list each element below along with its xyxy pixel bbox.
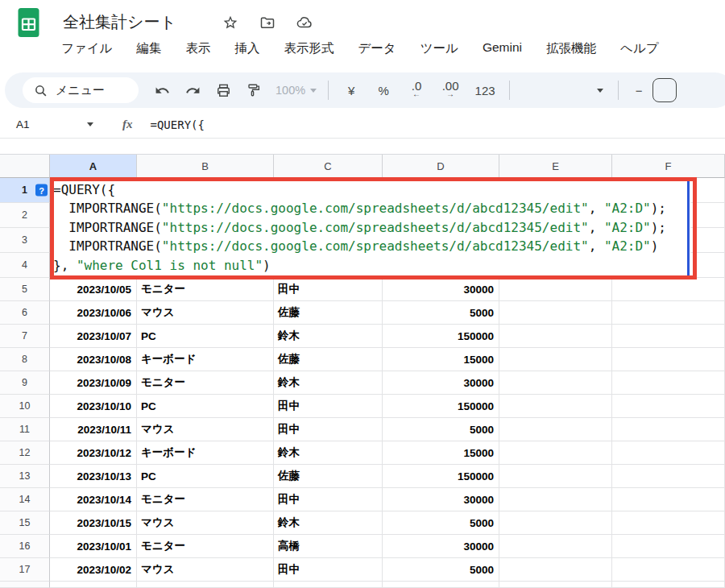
cell-date[interactable]: 2023/10/15 (50, 511, 137, 535)
cell-person[interactable]: 田中 (274, 418, 383, 441)
grid-cell[interactable] (612, 488, 725, 511)
select-all-corner[interactable] (0, 155, 50, 178)
menu-item[interactable]: Gemini (483, 40, 522, 57)
grid-cell[interactable] (499, 511, 612, 535)
row-header-8[interactable]: 8 (0, 348, 50, 371)
grid-cell[interactable] (612, 371, 725, 395)
grid-cell[interactable] (612, 325, 725, 348)
folder-move-icon[interactable] (259, 14, 276, 31)
cell-date[interactable]: 2023/10/10 (50, 395, 137, 418)
cell-item[interactable]: PC (137, 395, 274, 418)
grid-cell[interactable] (499, 558, 612, 582)
cell-item[interactable]: マウス (137, 558, 274, 582)
print-button[interactable] (208, 77, 238, 103)
row-header-5[interactable]: 5 (0, 278, 50, 301)
row-header-9[interactable]: 9 (0, 371, 50, 395)
row-header-11[interactable]: 11 (0, 418, 50, 441)
undo-button[interactable] (147, 77, 177, 103)
grid-cell[interactable] (499, 278, 612, 301)
formula-help-badge[interactable]: ? (35, 184, 48, 197)
menu-item[interactable]: ファイル (61, 40, 112, 57)
cell-person[interactable]: 佐藤 (274, 301, 383, 325)
grid-cell[interactable] (137, 582, 274, 588)
row-header-7[interactable]: 7 (0, 325, 50, 348)
cell-date[interactable]: 2023/10/01 (50, 535, 137, 558)
formula-editor[interactable]: =QUERY({ IMPORTRANGE("https://docs.googl… (53, 180, 682, 275)
row-header-partial[interactable] (0, 582, 50, 588)
menu-item[interactable]: ヘルプ (620, 40, 659, 57)
grid-cell[interactable] (383, 582, 499, 588)
cell-amount[interactable]: 30000 (383, 488, 499, 511)
grid-cell[interactable] (499, 348, 612, 371)
cell-amount[interactable]: 30000 (383, 371, 499, 395)
grid-cell[interactable] (499, 301, 612, 325)
grid-cell[interactable] (499, 325, 612, 348)
currency-format-button[interactable]: ¥ (335, 77, 367, 103)
cell-item[interactable]: マウス (137, 301, 274, 325)
document-title[interactable]: 全社集計シート (63, 11, 176, 33)
column-header-e[interactable]: E (499, 155, 612, 178)
row-header-1[interactable]: 1? (0, 178, 50, 203)
cell-date[interactable]: 2023/10/08 (50, 348, 137, 371)
cell-person[interactable]: 鈴木 (274, 325, 383, 348)
row-header-14[interactable]: 14 (0, 488, 50, 511)
grid-cell[interactable] (499, 395, 612, 418)
menu-item[interactable]: 編集 (136, 40, 161, 57)
grid-cell[interactable] (612, 465, 725, 488)
grid-cell[interactable] (499, 441, 612, 465)
grid-cell[interactable] (499, 488, 612, 511)
decrease-decimal-button[interactable]: .0 ← (400, 77, 433, 103)
decrease-font-size-button[interactable]: − (625, 77, 652, 103)
cell-amount[interactable]: 30000 (383, 535, 499, 558)
row-header-4[interactable]: 4 (0, 253, 50, 278)
cell-item[interactable]: モニター (137, 488, 274, 511)
cell-date[interactable]: 2023/10/09 (50, 371, 137, 395)
grid-cell[interactable] (499, 371, 612, 395)
cell-person[interactable]: 佐藤 (274, 465, 383, 488)
row-header-2[interactable]: 2 (0, 203, 50, 228)
cell-date[interactable]: 2023/10/05 (50, 278, 137, 301)
grid-cell[interactable] (50, 582, 137, 588)
redo-button[interactable] (177, 77, 208, 103)
cell-amount[interactable]: 30000 (383, 278, 499, 301)
row-header-15[interactable]: 15 (0, 511, 50, 535)
zoom-control[interactable]: 100% (276, 84, 317, 97)
cell-person[interactable]: 鈴木 (274, 371, 383, 395)
cell-date[interactable]: 2023/10/02 (50, 558, 137, 582)
name-box[interactable]: A1 (0, 118, 106, 130)
percent-format-button[interactable]: % (367, 77, 400, 103)
search-menus-pill[interactable]: メニュー (23, 77, 139, 103)
row-header-16[interactable]: 16 (0, 535, 50, 558)
row-header-6[interactable]: 6 (0, 301, 50, 325)
cell-item[interactable]: マウス (137, 418, 274, 441)
grid-cell[interactable] (612, 395, 725, 418)
increase-decimal-button[interactable]: .00 → (433, 77, 467, 103)
grid-cell[interactable] (612, 511, 725, 535)
cell-item[interactable]: モニター (137, 371, 274, 395)
cell-date[interactable]: 2023/10/06 (50, 301, 137, 325)
cell-person[interactable]: 田中 (274, 488, 383, 511)
cloud-check-icon[interactable] (296, 14, 313, 31)
column-header-f[interactable]: F (612, 155, 725, 178)
cell-item[interactable]: モニター (137, 535, 274, 558)
grid-cell[interactable] (499, 465, 612, 488)
cell-amount[interactable]: 150000 (383, 465, 499, 488)
font-size-input[interactable] (652, 78, 677, 102)
sheets-logo[interactable] (18, 8, 39, 37)
cell-date[interactable]: 2023/10/14 (50, 488, 137, 511)
grid-cell[interactable] (612, 558, 725, 582)
cell-date[interactable]: 2023/10/12 (50, 441, 137, 465)
menu-item[interactable]: 表示 (185, 40, 210, 57)
cell-person[interactable]: 田中 (274, 558, 383, 582)
cell-amount[interactable]: 5000 (383, 558, 499, 582)
column-header-b[interactable]: B (137, 155, 274, 178)
column-header-a[interactable]: A (50, 155, 137, 178)
grid-cell[interactable] (274, 582, 383, 588)
menu-item[interactable]: 挿入 (234, 40, 259, 57)
cell-date[interactable]: 2023/10/07 (50, 325, 137, 348)
cell-amount[interactable]: 5000 (383, 418, 499, 441)
cell-item[interactable]: マウス (137, 511, 274, 535)
row-header-10[interactable]: 10 (0, 395, 50, 418)
grid-cell[interactable] (499, 418, 612, 441)
menu-item[interactable]: 拡張機能 (546, 40, 596, 57)
